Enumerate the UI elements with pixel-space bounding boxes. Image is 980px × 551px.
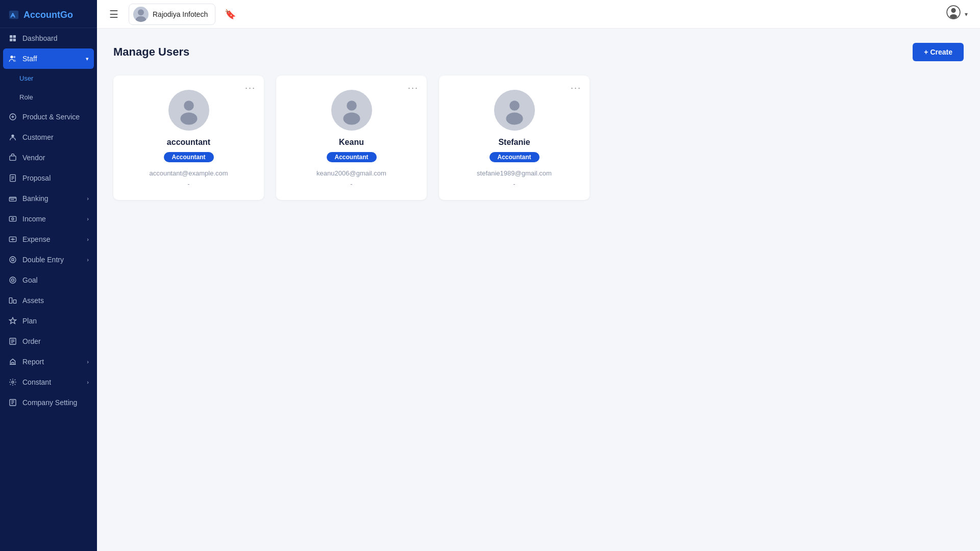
user-role-badge: Accountant <box>489 152 540 162</box>
bookmark-icon[interactable]: 🔖 <box>225 9 236 20</box>
svg-point-23 <box>12 381 14 383</box>
svg-rect-9 <box>10 156 16 161</box>
constant-arrow-icon: › <box>87 379 89 385</box>
order-icon <box>8 337 17 346</box>
sidebar-item-plan-label: Plan <box>22 317 37 325</box>
sidebar-item-role[interactable]: Role <box>0 88 97 107</box>
avatar-img <box>174 95 204 126</box>
double-entry-arrow-icon: › <box>87 257 89 263</box>
sidebar-item-order-label: Order <box>22 337 41 345</box>
staff-arrow-icon: ▾ <box>86 56 89 62</box>
sidebar-item-customer[interactable]: Customer <box>0 127 97 147</box>
user-email: stefanie1989@gmail.com <box>477 169 552 177</box>
user-card-menu[interactable]: ··· <box>245 83 256 93</box>
banking-arrow-icon: › <box>87 195 89 202</box>
svg-point-26 <box>136 16 146 21</box>
sidebar-item-banking[interactable]: Banking › <box>0 188 97 209</box>
assets-icon <box>8 296 17 305</box>
svg-point-25 <box>138 9 144 15</box>
page-content: Manage Users + Create ··· accountant Acc… <box>97 29 980 551</box>
user-account-icon[interactable] <box>946 5 961 23</box>
user-role-badge: Accountant <box>327 152 377 162</box>
sidebar-item-user[interactable]: User <box>0 69 97 88</box>
company-setting-icon <box>8 398 17 407</box>
dashboard-icon <box>8 34 17 43</box>
sidebar-item-plan[interactable]: Plan <box>0 311 97 331</box>
sidebar-item-vendor-label: Vendor <box>22 154 45 162</box>
svg-rect-20 <box>13 300 16 304</box>
double-entry-icon <box>8 255 17 264</box>
user-extra: - <box>513 180 515 188</box>
sidebar-item-company-setting[interactable]: Company Setting <box>0 392 97 413</box>
page-header: Manage Users + Create <box>113 43 964 61</box>
users-grid: ··· accountant Accountant accountant@exa… <box>113 76 964 200</box>
user-card: ··· accountant Accountant accountant@exa… <box>113 76 264 200</box>
svg-rect-1 <box>10 35 12 38</box>
topbar-right: ▾ <box>946 5 968 23</box>
svg-point-28 <box>951 8 955 13</box>
sidebar-item-expense[interactable]: Expense › <box>0 229 97 249</box>
svg-point-37 <box>509 101 520 111</box>
svg-point-5 <box>10 56 13 58</box>
sidebar-item-assets[interactable]: Assets <box>0 290 97 311</box>
sidebar-item-role-label: Role <box>19 93 33 101</box>
sidebar-item-income-label: Income <box>22 215 46 223</box>
sidebar-item-income[interactable]: Income › <box>0 209 97 229</box>
sidebar-item-report[interactable]: Report › <box>0 352 97 372</box>
sidebar-item-banking-label: Banking <box>22 194 48 203</box>
user-card: ··· Stefanie Accountant stefanie1989@gma… <box>439 76 590 200</box>
user-avatar <box>331 90 372 131</box>
user-extra: - <box>187 180 189 188</box>
income-arrow-icon: › <box>87 216 89 222</box>
user-card-menu[interactable]: ··· <box>571 83 581 93</box>
svg-point-34 <box>347 101 357 111</box>
svg-point-13 <box>12 218 14 220</box>
income-icon <box>8 214 17 223</box>
sidebar-item-goal[interactable]: Goal <box>0 270 97 290</box>
user-avatar <box>168 90 209 131</box>
sidebar-item-product-service[interactable]: Product & Service <box>0 107 97 127</box>
goal-icon <box>8 276 17 285</box>
sidebar-item-assets-label: Assets <box>22 296 44 305</box>
svg-point-35 <box>343 113 360 125</box>
product-icon <box>8 112 17 121</box>
sidebar-item-vendor[interactable]: Vendor <box>0 147 97 168</box>
topbar-dropdown-arrow[interactable]: ▾ <box>965 11 968 18</box>
svg-point-6 <box>13 56 15 58</box>
user-extra: - <box>350 180 352 188</box>
svg-point-15 <box>10 257 16 263</box>
sidebar: AccountGo Dashboard Staff ▾ User Role Pr… <box>0 0 97 551</box>
topbar: ☰ Rajodiya Infotech 🔖 ▾ <box>97 0 980 29</box>
sidebar-item-order[interactable]: Order <box>0 331 97 352</box>
sidebar-item-report-label: Report <box>22 358 44 366</box>
user-role-badge: Accountant <box>164 152 214 162</box>
company-name: Rajodiya Infotech <box>153 10 208 18</box>
user-name: Stefanie <box>498 138 530 147</box>
sidebar-item-proposal[interactable]: Proposal <box>0 168 97 188</box>
svg-rect-4 <box>13 39 16 41</box>
avatar-img <box>336 95 367 126</box>
user-avatar <box>494 90 535 131</box>
sidebar-item-product-service-label: Product & Service <box>22 113 80 121</box>
svg-point-31 <box>184 101 194 111</box>
vendor-icon <box>8 153 17 162</box>
sidebar-item-dashboard-label: Dashboard <box>22 34 58 42</box>
sidebar-item-staff-label: Staff <box>22 55 37 63</box>
avatar-img <box>499 95 530 126</box>
sidebar-item-staff[interactable]: Staff ▾ <box>3 48 94 69</box>
company-selector[interactable]: Rajodiya Infotech <box>129 4 215 25</box>
sidebar-item-user-label: User <box>19 74 33 82</box>
main-container: ☰ Rajodiya Infotech 🔖 ▾ Manage Users + C… <box>97 0 980 551</box>
user-email: accountant@example.com <box>149 169 228 177</box>
sidebar-item-constant[interactable]: Constant › <box>0 372 97 392</box>
hamburger-button[interactable]: ☰ <box>109 8 118 20</box>
sidebar-item-company-setting-label: Company Setting <box>22 398 77 407</box>
user-email: keanu2006@gmail.com <box>316 169 386 177</box>
user-card-menu[interactable]: ··· <box>408 83 419 93</box>
app-logo: AccountGo <box>0 0 97 28</box>
sidebar-item-double-entry[interactable]: Double Entry › <box>0 249 97 270</box>
customer-icon <box>8 133 17 142</box>
sidebar-item-dashboard[interactable]: Dashboard <box>0 28 97 48</box>
create-user-button[interactable]: + Create <box>913 43 964 61</box>
constant-icon <box>8 378 17 387</box>
